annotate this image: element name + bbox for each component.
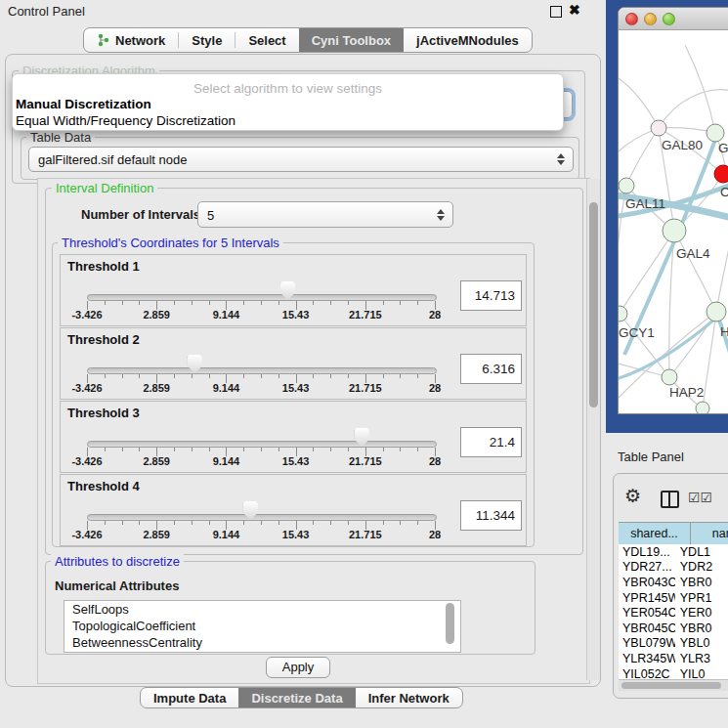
table-row[interactable]: YLR345WYLR3 — [619, 651, 728, 666]
numerical-attributes-list[interactable]: SelfLoopsTopologicalCoefficientBetweenne… — [64, 600, 461, 653]
table-data-combo[interactable]: galFiltered.sif default node — [28, 147, 574, 172]
network-edge[interactable] — [674, 231, 716, 312]
cell-name[interactable]: YER0 — [675, 606, 728, 620]
tab-jactivemnodules[interactable]: jActiveMNodules — [404, 28, 532, 52]
network-edge[interactable] — [716, 224, 728, 312]
cell-name[interactable]: YBL0 — [675, 636, 728, 650]
number-of-intervals-combo[interactable]: 5 — [197, 201, 453, 228]
cell-shared-name[interactable]: YLR345W — [619, 652, 675, 665]
cell-name[interactable]: YLR3 — [675, 652, 728, 665]
cell-shared-name[interactable]: YBL079W — [619, 636, 675, 650]
node-label: HAP2 — [669, 385, 704, 400]
cell-name[interactable]: YBR0 — [675, 621, 728, 635]
table-row[interactable]: YBR045CYBR0 — [619, 621, 728, 636]
network-node[interactable] — [619, 178, 634, 193]
dropdown-item-manual[interactable]: Manual Discretization — [16, 97, 151, 111]
table-row[interactable]: YBR043CYBR0 — [619, 575, 728, 590]
tick-mark — [105, 301, 106, 305]
network-node[interactable] — [651, 120, 666, 136]
cell-shared-name[interactable]: YIL052C — [619, 667, 675, 679]
network-node[interactable] — [714, 165, 728, 183]
network-window-titlebar[interactable] — [619, 8, 728, 30]
network-edge[interactable] — [626, 128, 659, 186]
checkbox-icons[interactable]: ☑☑ — [688, 490, 712, 505]
network-node[interactable] — [696, 402, 709, 413]
zoom-traffic-light[interactable] — [663, 13, 675, 25]
close-icon[interactable]: ✖ — [569, 2, 580, 18]
network-node[interactable] — [707, 124, 724, 142]
list-item[interactable]: BetweennessCentrality — [64, 634, 460, 651]
cell-shared-name[interactable]: YPR145W — [619, 591, 675, 605]
network-edge[interactable] — [659, 90, 728, 128]
network-edge[interactable] — [685, 45, 715, 133]
tick-label: 9.144 — [213, 455, 240, 467]
network-graph: GAL80GACGAL11GAL4GCY1HHAP2 — [619, 30, 728, 413]
tick-mark — [122, 448, 123, 451]
threshold-value-field[interactable]: 6.316 — [460, 354, 522, 384]
tick-mark — [192, 448, 193, 451]
table-header-row: shared... name — [619, 522, 728, 545]
threshold-value-field[interactable]: 21.4 — [460, 427, 522, 457]
tab-network[interactable]: Network — [84, 28, 178, 52]
tab-select[interactable]: Select — [236, 28, 298, 52]
list-item[interactable]: SelfLoops — [64, 601, 460, 618]
slider-track[interactable] — [87, 441, 437, 448]
control-panel-scrollbar[interactable] — [586, 179, 600, 680]
cell-shared-name[interactable]: YDL19... — [619, 545, 675, 559]
tick-mark — [417, 374, 418, 378]
network-node[interactable] — [619, 306, 627, 321]
network-edge[interactable] — [716, 312, 728, 390]
tab-discretize-data[interactable]: Discretize Data — [238, 688, 355, 707]
slider-track[interactable] — [87, 514, 437, 521]
list-item[interactable]: TopologicalCoefficient — [64, 618, 460, 634]
dropdown-item-equal-width[interactable]: Equal Width/Frequency Discretization — [16, 113, 236, 128]
slider-track[interactable] — [87, 367, 437, 374]
float-window-icon[interactable] — [550, 6, 562, 18]
threshold-value-field[interactable]: 14.713 — [460, 280, 522, 311]
table-row[interactable]: YBL079WYBL0 — [619, 636, 728, 652]
minimize-traffic-light[interactable] — [644, 13, 657, 25]
network-edge[interactable] — [619, 77, 659, 128]
tick-mark — [209, 301, 210, 305]
tick-mark — [261, 301, 262, 305]
tab-cyni-toolbox[interactable]: Cyni Toolbox — [299, 28, 404, 52]
gear-icon[interactable]: ⚙ — [624, 487, 641, 505]
tab-infer-network[interactable]: Infer Network — [356, 688, 462, 707]
tick-mark — [278, 301, 279, 305]
column-header-name[interactable]: name — [691, 523, 728, 544]
table-row[interactable]: YER054CYER0 — [619, 605, 728, 621]
network-edge[interactable] — [669, 312, 716, 377]
cell-shared-name[interactable]: YER054C — [619, 606, 675, 620]
cell-shared-name[interactable]: YBR045C — [619, 621, 675, 635]
network-canvas[interactable]: GAL80GACGAL11GAL4GCY1HHAP2 — [619, 30, 728, 413]
cell-shared-name[interactable]: YBR043C — [619, 576, 675, 589]
tab-impute-data[interactable]: Impute Data — [141, 688, 238, 707]
threshold-value-field[interactable]: 11.344 — [460, 500, 522, 531]
cell-name[interactable]: YIL0 — [675, 667, 728, 679]
tick-mark — [192, 374, 193, 378]
table-row[interactable]: YIL052CYIL0 — [619, 666, 728, 679]
table-hscrollbar-thumb[interactable] — [621, 682, 721, 689]
network-node[interactable] — [662, 369, 677, 385]
scrollbar-thumb[interactable] — [589, 202, 598, 407]
cell-shared-name[interactable]: YDR27... — [619, 560, 675, 574]
apply-button[interactable]: Apply — [266, 657, 330, 678]
cell-name[interactable]: YDR2 — [675, 560, 728, 574]
close-traffic-light[interactable] — [625, 13, 638, 25]
network-node[interactable] — [663, 219, 686, 242]
tick-mark — [243, 521, 244, 525]
tick-mark — [348, 448, 349, 451]
tab-style[interactable]: Style — [179, 28, 235, 52]
slider-track[interactable] — [87, 294, 437, 301]
cell-name[interactable]: YPR1 — [675, 591, 728, 605]
cell-name[interactable]: YBR0 — [675, 576, 728, 589]
column-header-shared-name[interactable]: shared... — [619, 523, 691, 544]
table-row[interactable]: YDR27...YDR2 — [619, 560, 728, 576]
table-row[interactable]: YDL19...YDL1 — [619, 544, 728, 560]
list-scrollbar-thumb[interactable] — [446, 603, 454, 644]
table-hscrollbar[interactable] — [619, 679, 728, 691]
split-pane-icon[interactable] — [661, 491, 679, 508]
network-node[interactable] — [707, 302, 726, 321]
cell-name[interactable]: YDL1 — [675, 545, 728, 559]
table-row[interactable]: YPR145WYPR1 — [619, 590, 728, 606]
